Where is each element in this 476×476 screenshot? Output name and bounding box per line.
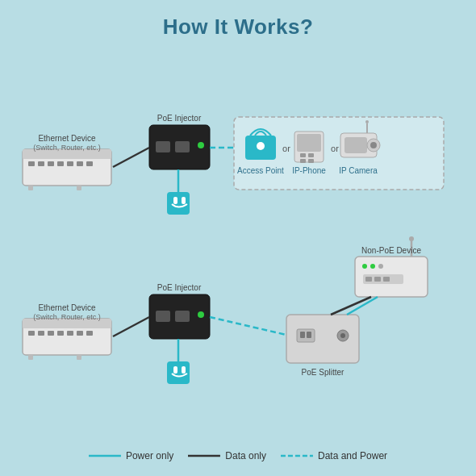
svg-rect-70 [307,332,311,338]
svg-point-41 [365,120,369,123]
legend-power-label: Power only [126,450,173,461]
svg-rect-82 [374,277,381,282]
svg-point-16 [198,142,204,148]
svg-text:PoE Injector: PoE Injector [157,283,202,292]
svg-point-60 [198,311,204,318]
svg-point-78 [370,264,375,269]
svg-rect-15 [175,141,190,152]
svg-rect-14 [156,141,170,152]
legend-data-power-label: Data and Power [318,450,387,461]
svg-point-39 [370,142,377,148]
svg-rect-10 [77,186,81,190]
svg-rect-49 [57,331,64,336]
svg-rect-58 [156,311,170,322]
svg-rect-83 [383,277,390,282]
svg-rect-50 [67,331,73,336]
svg-rect-7 [77,161,83,166]
svg-text:Ethernet Device: Ethernet Device [38,303,96,312]
svg-text:Access Point: Access Point [237,166,284,175]
svg-text:IP-Phone: IP-Phone [292,166,326,175]
svg-rect-48 [48,331,54,336]
svg-rect-51 [77,331,83,336]
svg-text:PoE Injector: PoE Injector [157,114,202,123]
svg-rect-6 [67,161,73,166]
svg-rect-4 [48,161,54,166]
svg-rect-62 [167,361,190,384]
svg-line-85 [210,317,286,335]
svg-rect-5 [57,161,64,166]
legend-data-power: Data and Power [281,450,387,461]
svg-rect-59 [175,311,190,322]
svg-point-76 [409,236,414,241]
svg-rect-29 [297,134,321,152]
svg-rect-30 [300,153,306,157]
svg-rect-8 [86,161,93,166]
legend-data: Data only [188,450,266,461]
svg-text:or: or [331,144,339,153]
svg-text:Ethernet Device: Ethernet Device [38,134,96,143]
svg-rect-81 [365,277,372,282]
svg-rect-3 [38,161,44,166]
svg-rect-63 [173,366,177,374]
svg-point-72 [340,333,345,338]
svg-rect-52 [86,331,93,336]
svg-line-21 [113,148,149,167]
svg-rect-54 [77,355,81,360]
svg-point-79 [378,264,383,269]
svg-rect-53 [28,355,33,360]
svg-rect-69 [300,332,305,338]
svg-rect-46 [28,331,35,336]
svg-rect-2 [28,161,35,166]
svg-text:(Switch, Router, etc.): (Switch, Router, etc.) [33,313,101,321]
svg-text:(Switch, Router, etc.): (Switch, Router, etc.) [33,144,101,152]
svg-rect-47 [38,331,44,336]
svg-rect-68 [297,329,315,342]
svg-text:or: or [282,144,290,153]
legend: Power only Data only Data and Power [89,450,387,461]
svg-point-77 [362,264,367,269]
legend-power: Power only [89,450,173,461]
svg-rect-31 [308,153,314,157]
legend-data-label: Data only [225,450,266,461]
svg-rect-64 [182,366,186,374]
svg-text:Non-PoE Device: Non-PoE Device [361,246,421,255]
svg-rect-19 [173,197,177,204]
svg-rect-20 [182,197,186,204]
svg-rect-9 [28,186,33,190]
svg-rect-18 [167,192,190,215]
svg-rect-37 [344,137,367,153]
svg-point-25 [257,142,265,150]
svg-text:PoE Splitter: PoE Splitter [302,368,344,377]
svg-text:IP Camera: IP Camera [339,166,378,175]
svg-rect-32 [300,159,306,163]
svg-rect-33 [308,159,314,163]
svg-line-65 [113,317,149,336]
